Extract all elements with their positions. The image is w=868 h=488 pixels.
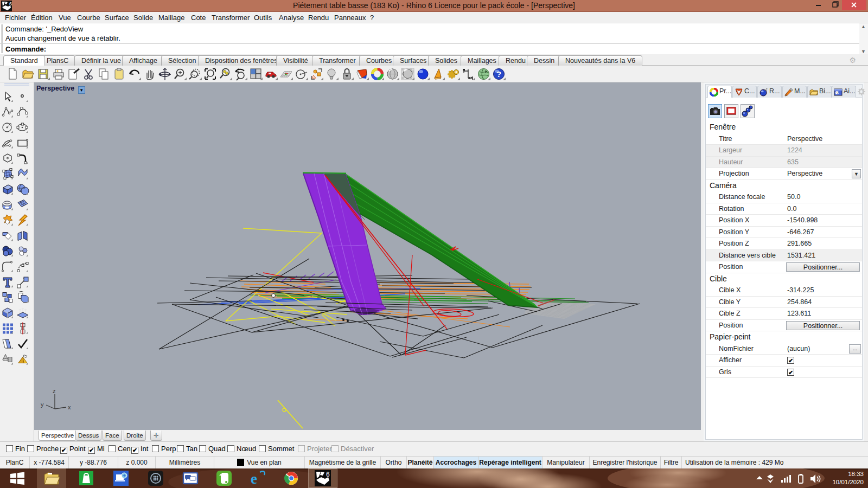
svg-text:e: e bbox=[251, 471, 257, 486]
svg-text:z: z bbox=[53, 388, 56, 394]
svg-text:y: y bbox=[41, 401, 44, 408]
svg-text:x: x bbox=[68, 404, 71, 410]
svg-text:?: ? bbox=[496, 69, 501, 79]
svg-text:?: ? bbox=[837, 91, 839, 95]
svg-text:6: 6 bbox=[326, 471, 330, 478]
